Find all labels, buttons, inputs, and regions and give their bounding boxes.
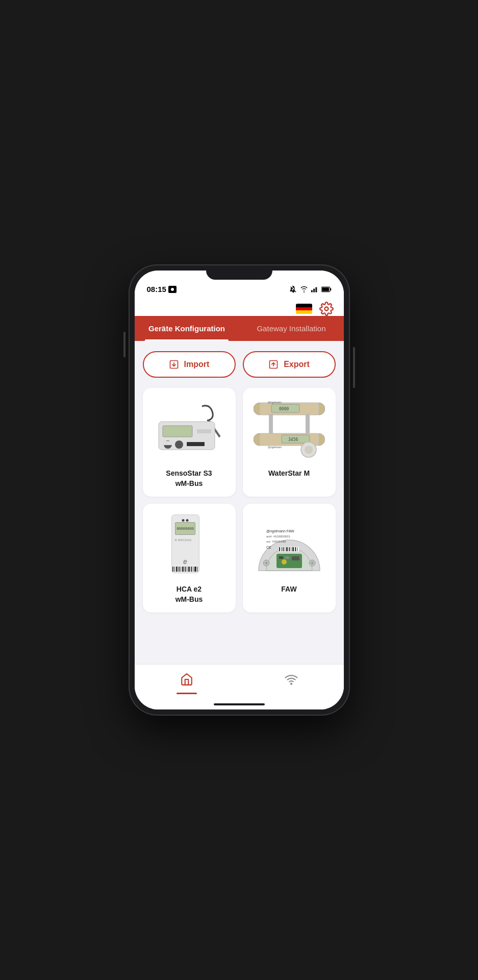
svg-rect-6 (317, 286, 318, 292)
svg-rect-49 (193, 567, 193, 572)
svg-rect-42 (179, 567, 180, 572)
svg-rect-48 (191, 567, 192, 572)
svg-rect-4 (313, 288, 315, 292)
export-icon (268, 359, 279, 370)
svg-rect-9 (322, 287, 329, 291)
device-name-waterstar: WaterStar M (268, 469, 310, 479)
device-image-sensostar (151, 396, 228, 462)
svg-point-10 (324, 307, 328, 311)
home-indicator (214, 703, 265, 705)
svg-rect-8 (330, 288, 331, 290)
svg-point-36 (305, 446, 313, 454)
tab-geraete-konfiguration[interactable]: Geräte Konfiguration (135, 316, 239, 341)
device-name-sensostar: SensoStar S3 wM-Bus (166, 469, 212, 488)
device-card-sensostar[interactable]: SensoStar S3 wM-Bus (143, 388, 236, 497)
svg-point-20 (175, 440, 183, 449)
svg-text:0000: 0000 (279, 407, 289, 411)
svg-rect-43 (181, 567, 181, 572)
device-card-faw[interactable]: @ngelmann FAW art#: 4100000001 snr: 5450… (243, 504, 336, 612)
svg-rect-46 (187, 567, 187, 572)
svg-rect-40 (174, 567, 175, 572)
tab-gateway-installation[interactable]: Gateway Installation (239, 316, 344, 341)
svg-rect-70 (295, 547, 296, 551)
svg-rect-44 (182, 567, 184, 572)
nav-signal[interactable] (239, 670, 344, 689)
mute-icon (290, 286, 297, 293)
device-grid: SensoStar S3 wM-Bus (143, 388, 336, 612)
tab-bar: Geräte Konfiguration Gateway Installatio… (135, 316, 344, 341)
svg-rect-52 (276, 554, 302, 568)
app-header (135, 298, 344, 316)
svg-rect-38 (306, 414, 310, 433)
home-icon (180, 673, 193, 686)
svg-point-56 (282, 559, 287, 565)
signal-nav-icon (285, 673, 298, 686)
settings-icon[interactable] (319, 302, 334, 316)
flag-stripe-red (296, 307, 312, 311)
svg-rect-47 (188, 567, 190, 572)
import-icon (169, 359, 179, 370)
battery-icon (321, 286, 332, 292)
device-image-faw: @ngelmann FAW art#: 4100000001 snr: 5450… (251, 512, 328, 578)
faw-illustration: @ngelmann FAW art#: 4100000001 snr: 5450… (256, 517, 322, 573)
home-indicator-bar (135, 699, 344, 709)
svg-rect-55 (292, 556, 299, 560)
svg-rect-64 (283, 547, 284, 551)
svg-text:@ngelmann FAW: @ngelmann FAW (266, 529, 294, 533)
wifi-icon (300, 286, 308, 292)
device-card-waterstar[interactable]: 0000 @ngelmann 3456 (243, 388, 336, 497)
flag-stripe-black (296, 304, 312, 307)
device-name-faw: FAW (281, 584, 296, 595)
main-content: Import Export (135, 341, 344, 664)
svg-rect-63 (281, 547, 282, 551)
svg-rect-53 (279, 556, 283, 559)
photo-icon (168, 286, 177, 293)
flag-stripe-gold (296, 310, 312, 314)
waterstar-illustration: 0000 @ngelmann 3456 (254, 399, 325, 460)
svg-rect-68 (291, 547, 291, 551)
svg-text:@ngelmann: @ngelmann (268, 401, 282, 404)
device-card-hca[interactable]: 00000000 R 60511610 e (143, 504, 236, 612)
import-button[interactable]: Import (143, 351, 236, 378)
svg-rect-67 (289, 547, 290, 551)
svg-rect-17 (163, 426, 192, 437)
phone-screen: 08:15 (135, 271, 344, 709)
svg-rect-65 (285, 547, 285, 551)
import-label: Import (184, 360, 210, 369)
svg-text:snr: 54501499: snr: 54501499 (266, 540, 286, 543)
svg-rect-3 (311, 290, 313, 292)
svg-text:art#: 4100000001: art#: 4100000001 (266, 535, 291, 538)
export-button[interactable]: Export (243, 351, 336, 378)
svg-point-2 (304, 291, 305, 292)
action-buttons: Import Export (143, 351, 336, 378)
phone-frame: 08:15 (130, 265, 349, 715)
device-name-hca: HCA e2 wM-Bus (175, 584, 203, 604)
status-icons (290, 286, 332, 293)
german-flag (296, 304, 312, 314)
export-label: Export (284, 360, 310, 369)
device-image-waterstar: 0000 @ngelmann 3456 (251, 396, 328, 462)
svg-rect-69 (292, 547, 294, 551)
svg-point-78 (291, 683, 292, 684)
svg-rect-71 (297, 547, 297, 551)
signal-icon (311, 286, 318, 292)
nav-home[interactable] (135, 670, 239, 689)
notch (206, 265, 272, 280)
svg-rect-18 (197, 429, 211, 433)
svg-rect-45 (185, 567, 186, 572)
svg-rect-39 (172, 567, 173, 572)
svg-rect-21 (187, 442, 205, 446)
svg-rect-54 (285, 556, 289, 559)
svg-rect-41 (176, 567, 178, 572)
status-time: 08:15 (147, 285, 166, 293)
svg-rect-22 (163, 441, 173, 445)
svg-text:3456: 3456 (288, 437, 298, 442)
svg-rect-50 (194, 567, 196, 572)
svg-rect-37 (269, 414, 273, 433)
svg-point-1 (171, 288, 174, 291)
sensostar-illustration (154, 401, 225, 457)
svg-rect-66 (286, 547, 288, 551)
svg-rect-51 (197, 567, 198, 572)
device-image-hca: 00000000 R 60511610 e (151, 512, 228, 578)
hca-illustration: 00000000 R 60511610 e (171, 514, 207, 576)
